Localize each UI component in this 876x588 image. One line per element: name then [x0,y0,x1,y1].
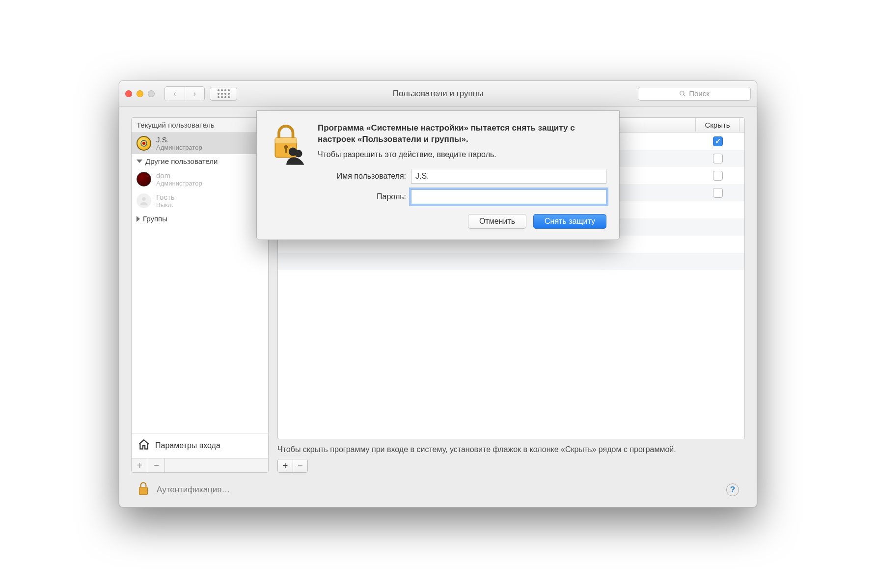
close-window-button[interactable] [125,90,132,97]
remove-user-button[interactable]: − [148,458,165,472]
hide-checkbox[interactable] [713,154,723,163]
login-item-add-remove: + − [277,459,308,473]
username-label: Имя пользователя: [318,172,406,181]
sidebar-header-current: Текущий пользователь [132,118,268,133]
user-role: Администратор [156,144,202,151]
svg-point-0 [142,142,145,145]
preferences-window: ‹ › Пользователи и группы Поиск [119,80,757,508]
search-field[interactable]: Поиск [638,87,751,101]
hide-checkbox[interactable] [713,188,723,198]
search-placeholder: Поиск [689,89,710,98]
traffic-lights [125,90,155,97]
minimize-window-button[interactable] [137,90,143,97]
remove-item-button[interactable]: − [293,459,307,472]
chevron-down-icon [137,160,142,163]
nav-back-button[interactable]: ‹ [165,87,185,101]
avatar-icon [137,193,151,208]
user-name: J.S. [156,135,202,144]
help-button[interactable]: ? [726,483,739,496]
nav-forward-button[interactable]: › [185,87,204,101]
search-icon [679,90,686,97]
nav-back-forward: ‹ › [164,86,205,101]
sidebar-user-guest[interactable]: Гость Выкл. [132,190,268,212]
user-name: Гость [156,193,175,201]
login-options[interactable]: Параметры входа [132,433,268,458]
show-all-button[interactable] [210,87,237,101]
chevron-right-icon [137,216,140,222]
home-icon [137,438,150,453]
add-user-button[interactable]: + [132,458,148,472]
cancel-button[interactable]: Отменить [468,214,526,229]
titlebar: ‹ › Пользователи и группы Поиск [119,81,757,107]
sidebar-header-others[interactable]: Другие пользователи [132,154,268,168]
password-input[interactable] [411,189,606,204]
hide-checkbox[interactable] [713,171,723,181]
users-sidebar: Текущий пользователь J.S. Администратор [131,117,269,473]
svg-point-9 [295,150,302,157]
lock-people-icon [270,123,307,210]
sidebar-user-current[interactable]: J.S. Администратор [132,133,268,154]
auth-status: Аутентификация… [157,485,230,495]
column-hide[interactable]: Скрыть [695,118,739,132]
sidebar-header-groups[interactable]: Группы [132,212,268,226]
zoom-window-button[interactable] [148,90,155,97]
password-label: Пароль: [318,192,406,201]
sidebar-add-remove: + − [132,458,268,472]
hint-text: Чтобы скрыть программу при входе в систе… [277,444,745,455]
svg-rect-7 [285,148,287,153]
unlock-button[interactable]: Снять защиту [533,214,606,229]
svg-rect-3 [139,487,147,494]
table-row [278,253,744,270]
avatar-icon [137,172,151,187]
grid-icon [218,89,230,98]
avatar-icon [137,136,151,151]
user-role: Администратор [156,180,202,187]
user-role: Выкл. [156,201,175,209]
dialog-subtitle: Чтобы разрешить это действие, введите па… [318,150,606,159]
lock-icon[interactable] [137,481,150,499]
add-item-button[interactable]: + [278,459,293,472]
svg-point-2 [142,197,145,201]
dialog-title: Программа «Системные настройки» пытается… [318,123,606,145]
sidebar-user-dom[interactable]: dom Администратор [132,168,268,190]
auth-dialog: Программа «Системные настройки» пытается… [256,110,620,240]
footer: Аутентификация… ? [131,473,745,507]
hide-checkbox[interactable] [713,136,723,146]
user-name: dom [156,171,202,180]
username-input[interactable] [411,169,606,184]
svg-rect-5 [275,138,297,143]
